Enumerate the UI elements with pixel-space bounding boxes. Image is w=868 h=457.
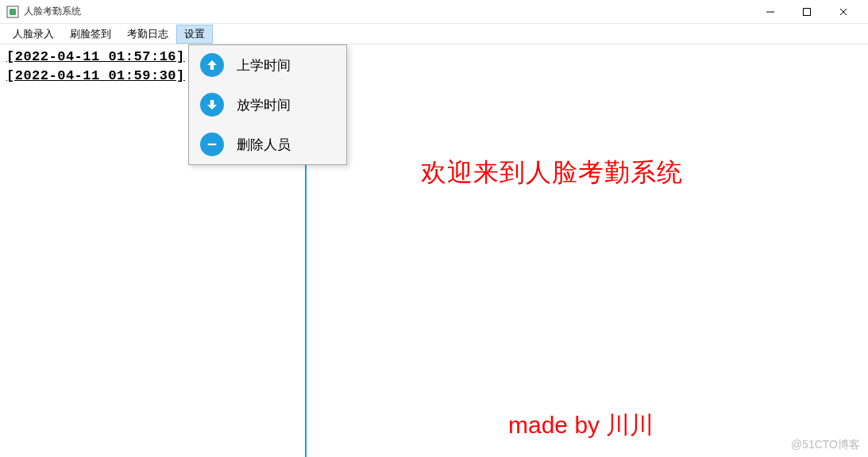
credit-text: made by 川川	[508, 409, 654, 442]
menu-item-label: 删除人员	[237, 136, 291, 154]
svg-rect-1	[10, 9, 16, 15]
settings-dropdown: 上学时间 放学时间 删除人员	[188, 44, 347, 165]
minus-icon	[200, 132, 224, 156]
window-title: 人脸考勤系统	[24, 5, 81, 18]
arrow-down-icon	[200, 93, 224, 117]
menubar: 人脸录入 刷脸签到 考勤日志 设置	[0, 24, 868, 44]
menu-item-label: 放学时间	[237, 96, 291, 114]
menu-item-school-end-time[interactable]: 放学时间	[189, 85, 346, 125]
svg-rect-3	[804, 8, 811, 15]
menu-item-delete-person[interactable]: 删除人员	[189, 125, 346, 164]
content-area: [2022-04-11 01:57:16] [2022-04-11 01:59:…	[0, 44, 868, 457]
menu-settings[interactable]: 设置	[176, 25, 213, 44]
menu-face-input[interactable]: 人脸录入	[5, 25, 62, 44]
arrow-up-icon	[200, 53, 224, 77]
watermark: @51CTO博客	[791, 438, 860, 452]
menu-attendance-log[interactable]: 考勤日志	[119, 25, 176, 44]
window-controls	[752, 0, 862, 24]
menu-item-school-start-time[interactable]: 上学时间	[189, 45, 346, 85]
titlebar: 人脸考勤系统	[0, 0, 868, 24]
welcome-text: 欢迎来到人脸考勤系统	[421, 156, 683, 190]
app-icon	[6, 6, 19, 18]
menu-face-checkin[interactable]: 刷脸签到	[62, 25, 119, 44]
close-button[interactable]	[825, 0, 862, 24]
minimize-button[interactable]	[752, 0, 789, 24]
menu-item-label: 上学时间	[237, 56, 291, 75]
maximize-button[interactable]	[789, 0, 825, 24]
svg-rect-6	[208, 144, 217, 145]
